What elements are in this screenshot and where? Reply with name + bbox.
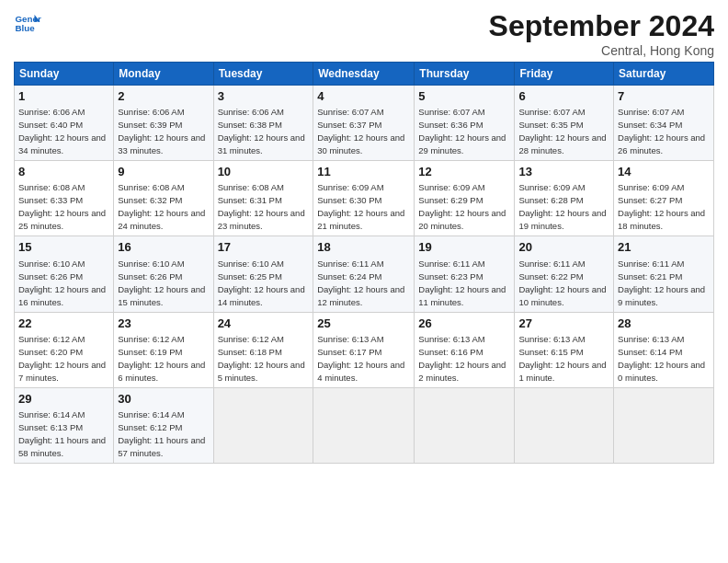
col-wednesday: Wednesday	[313, 63, 415, 86]
calendar-cell: 20 Sunrise: 6:11 AMSunset: 6:22 PMDaylig…	[515, 236, 614, 312]
calendar-cell: 6 Sunrise: 6:07 AMSunset: 6:35 PMDayligh…	[515, 86, 614, 161]
day-number: 8	[18, 164, 109, 180]
calendar-cell	[313, 387, 415, 463]
day-detail: Sunrise: 6:07 AMSunset: 6:36 PMDaylight:…	[418, 107, 506, 155]
day-detail: Sunrise: 6:13 AMSunset: 6:16 PMDaylight:…	[418, 334, 506, 383]
calendar-cell: 23 Sunrise: 6:12 AMSunset: 6:19 PMDaylig…	[114, 312, 213, 387]
calendar-cell: 9 Sunrise: 6:08 AMSunset: 6:32 PMDayligh…	[114, 161, 213, 236]
day-detail: Sunrise: 6:09 AMSunset: 6:27 PMDaylight:…	[618, 182, 705, 231]
day-number: 7	[618, 88, 710, 105]
svg-text:Blue: Blue	[16, 23, 36, 33]
day-detail: Sunrise: 6:11 AMSunset: 6:23 PMDaylight:…	[418, 259, 506, 307]
day-detail: Sunrise: 6:07 AMSunset: 6:34 PMDaylight:…	[618, 107, 705, 155]
day-detail: Sunrise: 6:10 AMSunset: 6:26 PMDaylight:…	[118, 259, 205, 307]
day-number: 18	[317, 239, 410, 256]
day-number: 27	[518, 316, 609, 332]
calendar-cell	[614, 387, 714, 463]
day-number: 13	[518, 164, 609, 180]
col-sunday: Sunday	[15, 63, 114, 86]
calendar-week-row: 15 Sunrise: 6:10 AMSunset: 6:26 PMDaylig…	[15, 236, 714, 312]
day-number: 1	[18, 88, 109, 105]
day-detail: Sunrise: 6:10 AMSunset: 6:26 PMDaylight:…	[18, 259, 106, 307]
calendar-cell: 15 Sunrise: 6:10 AMSunset: 6:26 PMDaylig…	[15, 236, 114, 312]
month-title: September 2024	[489, 9, 714, 43]
day-detail: Sunrise: 6:07 AMSunset: 6:37 PMDaylight:…	[317, 107, 404, 155]
day-number: 20	[518, 239, 609, 256]
calendar-cell: 4 Sunrise: 6:07 AMSunset: 6:37 PMDayligh…	[313, 86, 415, 161]
day-detail: Sunrise: 6:13 AMSunset: 6:17 PMDaylight:…	[317, 334, 404, 383]
day-detail: Sunrise: 6:08 AMSunset: 6:31 PMDaylight:…	[218, 182, 305, 231]
logo: General Blue	[14, 9, 41, 37]
day-detail: Sunrise: 6:08 AMSunset: 6:32 PMDaylight:…	[118, 182, 205, 231]
col-tuesday: Tuesday	[213, 63, 313, 86]
logo-icon: General Blue	[14, 9, 41, 37]
day-number: 19	[418, 239, 510, 256]
calendar-cell: 2 Sunrise: 6:06 AMSunset: 6:39 PMDayligh…	[114, 86, 213, 161]
day-number: 2	[118, 88, 209, 105]
calendar-cell: 13 Sunrise: 6:09 AMSunset: 6:28 PMDaylig…	[515, 161, 614, 236]
day-detail: Sunrise: 6:13 AMSunset: 6:15 PMDaylight:…	[518, 334, 606, 383]
day-number: 12	[418, 164, 510, 180]
day-detail: Sunrise: 6:09 AMSunset: 6:30 PMDaylight:…	[317, 182, 404, 231]
day-detail: Sunrise: 6:06 AMSunset: 6:40 PMDaylight:…	[18, 107, 106, 155]
day-number: 23	[118, 316, 209, 332]
calendar-cell: 25 Sunrise: 6:13 AMSunset: 6:17 PMDaylig…	[313, 312, 415, 387]
svg-text:General: General	[16, 14, 42, 24]
calendar-cell: 28 Sunrise: 6:13 AMSunset: 6:14 PMDaylig…	[614, 312, 714, 387]
day-detail: Sunrise: 6:06 AMSunset: 6:38 PMDaylight:…	[218, 107, 305, 155]
calendar-cell: 11 Sunrise: 6:09 AMSunset: 6:30 PMDaylig…	[313, 161, 415, 236]
page-container: General Blue September 2024 Central, Hon…	[0, 0, 728, 473]
calendar-week-row: 1 Sunrise: 6:06 AMSunset: 6:40 PMDayligh…	[15, 86, 714, 161]
day-number: 3	[218, 88, 310, 105]
calendar-week-row: 8 Sunrise: 6:08 AMSunset: 6:33 PMDayligh…	[15, 161, 714, 236]
calendar-cell: 14 Sunrise: 6:09 AMSunset: 6:27 PMDaylig…	[614, 161, 714, 236]
calendar-cell: 3 Sunrise: 6:06 AMSunset: 6:38 PMDayligh…	[213, 86, 313, 161]
day-detail: Sunrise: 6:12 AMSunset: 6:19 PMDaylight:…	[118, 334, 205, 383]
calendar-cell	[515, 387, 614, 463]
day-detail: Sunrise: 6:07 AMSunset: 6:35 PMDaylight:…	[518, 107, 606, 155]
day-number: 15	[18, 239, 109, 256]
day-detail: Sunrise: 6:11 AMSunset: 6:21 PMDaylight:…	[618, 259, 705, 307]
calendar-week-row: 29 Sunrise: 6:14 AMSunset: 6:13 PMDaylig…	[15, 387, 714, 463]
calendar-cell: 27 Sunrise: 6:13 AMSunset: 6:15 PMDaylig…	[515, 312, 614, 387]
header-row: Sunday Monday Tuesday Wednesday Thursday…	[15, 63, 714, 86]
calendar-cell: 17 Sunrise: 6:10 AMSunset: 6:25 PMDaylig…	[213, 236, 313, 312]
col-monday: Monday	[114, 63, 213, 86]
day-number: 5	[418, 88, 510, 105]
day-number: 28	[618, 316, 710, 332]
day-number: 29	[18, 391, 109, 408]
col-saturday: Saturday	[614, 63, 714, 86]
calendar-cell	[213, 387, 313, 463]
day-detail: Sunrise: 6:12 AMSunset: 6:18 PMDaylight:…	[218, 334, 305, 383]
col-friday: Friday	[515, 63, 614, 86]
day-detail: Sunrise: 6:11 AMSunset: 6:22 PMDaylight:…	[518, 259, 606, 307]
day-detail: Sunrise: 6:10 AMSunset: 6:25 PMDaylight:…	[218, 259, 305, 307]
title-block: September 2024 Central, Hong Kong	[489, 9, 714, 58]
calendar-cell: 1 Sunrise: 6:06 AMSunset: 6:40 PMDayligh…	[15, 86, 114, 161]
calendar-cell: 10 Sunrise: 6:08 AMSunset: 6:31 PMDaylig…	[213, 161, 313, 236]
day-detail: Sunrise: 6:08 AMSunset: 6:33 PMDaylight:…	[18, 182, 106, 231]
calendar-cell: 12 Sunrise: 6:09 AMSunset: 6:29 PMDaylig…	[415, 161, 515, 236]
day-number: 22	[18, 316, 109, 332]
day-number: 17	[218, 239, 310, 256]
header: General Blue September 2024 Central, Hon…	[14, 9, 714, 58]
day-number: 11	[317, 164, 410, 180]
day-number: 25	[317, 316, 410, 332]
day-number: 6	[518, 88, 609, 105]
day-detail: Sunrise: 6:12 AMSunset: 6:20 PMDaylight:…	[18, 334, 106, 383]
calendar-week-row: 22 Sunrise: 6:12 AMSunset: 6:20 PMDaylig…	[15, 312, 714, 387]
calendar-cell	[415, 387, 515, 463]
day-number: 4	[317, 88, 410, 105]
day-detail: Sunrise: 6:14 AMSunset: 6:13 PMDaylight:…	[18, 409, 106, 458]
subtitle: Central, Hong Kong	[489, 43, 714, 58]
calendar-cell: 7 Sunrise: 6:07 AMSunset: 6:34 PMDayligh…	[614, 86, 714, 161]
day-detail: Sunrise: 6:09 AMSunset: 6:29 PMDaylight:…	[418, 182, 506, 231]
day-number: 10	[218, 164, 310, 180]
calendar-cell: 21 Sunrise: 6:11 AMSunset: 6:21 PMDaylig…	[614, 236, 714, 312]
day-detail: Sunrise: 6:09 AMSunset: 6:28 PMDaylight:…	[518, 182, 606, 231]
calendar-table: Sunday Monday Tuesday Wednesday Thursday…	[14, 62, 714, 464]
calendar-cell: 30 Sunrise: 6:14 AMSunset: 6:12 PMDaylig…	[114, 387, 213, 463]
calendar-cell: 18 Sunrise: 6:11 AMSunset: 6:24 PMDaylig…	[313, 236, 415, 312]
calendar-cell: 8 Sunrise: 6:08 AMSunset: 6:33 PMDayligh…	[15, 161, 114, 236]
day-number: 9	[118, 164, 209, 180]
